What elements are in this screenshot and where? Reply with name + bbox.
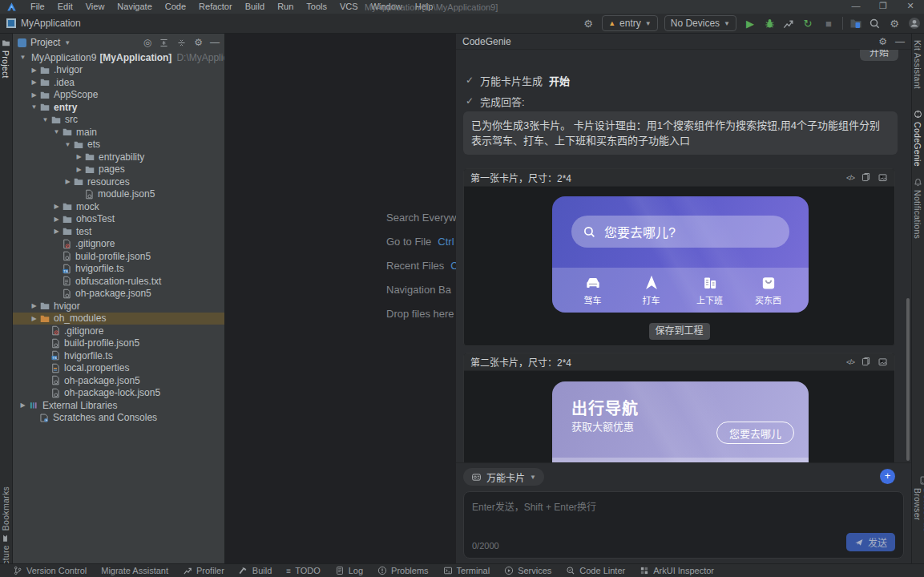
send-button[interactable]: 发送 — [846, 533, 895, 551]
menu-tools[interactable]: Tools — [300, 0, 333, 14]
module-selector-dropdown[interactable]: ▲ entry ▼ — [602, 15, 658, 31]
panel-options-gear-icon[interactable]: ⚙ — [194, 37, 203, 48]
menu-refactor[interactable]: Refactor — [192, 0, 239, 14]
build-settings-gear-icon[interactable]: ⚙ — [581, 18, 595, 30]
profiler-button[interactable] — [782, 18, 794, 30]
codegenie-hide-icon[interactable]: — — [895, 36, 905, 47]
statusbar-build[interactable]: Build — [239, 566, 272, 575]
search-everywhere-icon[interactable] — [869, 18, 881, 30]
tool-tab-codegenie[interactable]: CodeGenie — [913, 110, 922, 167]
statusbar-arkui-inspector[interactable]: ArkUI Inspector — [640, 566, 714, 575]
tree-item-gitignore-root[interactable]: .gitignore — [13, 325, 224, 337]
tree-item-mock[interactable]: ▶mock — [13, 200, 224, 213]
new-chat-button[interactable]: + — [880, 469, 895, 484]
menu-vcs[interactable]: VCS — [333, 0, 365, 14]
card1-fn-shopping: 买东西 — [744, 274, 793, 306]
tree-item-scratches[interactable]: Scratches and Consoles — [13, 412, 224, 425]
rerun-button[interactable]: ↻ — [801, 18, 815, 30]
codegenie-settings-gear-icon[interactable]: ⚙ — [878, 36, 887, 47]
expand-all-icon[interactable] — [159, 38, 169, 48]
tree-item-hvigorfile-root[interactable]: hvigorfile.ts — [13, 349, 224, 362]
device-selector-dropdown[interactable]: No Devices ▼ — [664, 15, 736, 31]
menu-navigate[interactable]: Navigate — [111, 0, 158, 14]
tree-item-src[interactable]: ▼src — [13, 114, 224, 127]
tree-item-test[interactable]: ▶test — [13, 225, 224, 238]
tool-tab-kit-assistant[interactable]: Kit Assistant — [913, 40, 922, 89]
run-button[interactable]: ▶ — [743, 18, 757, 30]
statusbar-problems[interactable]: Problems — [377, 566, 428, 575]
statusbar-version-control[interactable]: Version Control — [13, 566, 87, 575]
view-code-icon[interactable]: </> — [846, 358, 854, 366]
tree-item-resources[interactable]: ▶resources — [13, 176, 224, 188]
menu-file[interactable]: File — [24, 0, 51, 14]
mode-selector-chip[interactable]: 万能卡片 ▼ — [463, 468, 544, 486]
tree-item-oh-package-root[interactable]: oh-package.json5 — [13, 374, 224, 387]
statusbar-terminal[interactable]: Terminal — [443, 566, 490, 575]
tree-item-idea[interactable]: ▶.idea — [13, 76, 224, 89]
statusbar-todo[interactable]: ≡TODO — [286, 566, 320, 575]
codegenie-conversation[interactable]: 开始 ✓ 万能卡片生成 开始 ✓ 完成回答: 已为你生成3张卡片。 卡片设计理由… — [456, 50, 911, 462]
close-button[interactable]: ✕ — [897, 0, 924, 14]
tree-item-oh-package-lock[interactable]: oh-package-lock.json5 — [13, 387, 224, 400]
start-button-clipped[interactable]: 开始 — [860, 50, 898, 61]
copy-icon[interactable] — [861, 172, 871, 183]
chevron-down-icon[interactable]: ▼ — [18, 54, 28, 61]
collapse-all-icon[interactable] — [176, 38, 187, 48]
tree-item-main[interactable]: ▼main — [13, 126, 224, 139]
tree-item-build-profile-root[interactable]: build-profile.json5 — [13, 337, 224, 350]
tree-item-ohostest[interactable]: ▶ohosTest — [13, 213, 224, 226]
view-code-icon[interactable]: </> — [846, 174, 854, 182]
scrollbar-thumb[interactable] — [906, 298, 910, 461]
menu-edit[interactable]: Edit — [51, 0, 79, 14]
chevron-down-icon[interactable]: ▼ — [64, 39, 71, 46]
account-avatar-icon[interactable] — [908, 17, 921, 30]
locate-file-icon[interactable]: ◎ — [143, 37, 151, 48]
chat-placeholder: Enter发送，Shift + Enter换行 — [472, 499, 596, 513]
device-manager-icon[interactable] — [849, 17, 862, 30]
chat-input-box[interactable]: Enter发送，Shift + Enter换行 0/2000 发送 — [463, 491, 904, 559]
export-image-icon[interactable] — [878, 172, 888, 183]
export-image-icon[interactable] — [878, 357, 888, 367]
tree-item-oh-package-entry[interactable]: oh-package.json5 — [13, 288, 224, 301]
tool-tab-project[interactable]: Project — [1, 38, 10, 79]
debug-button[interactable] — [764, 18, 776, 30]
tree-item-hvigorfile-entry[interactable]: hvigorfile.ts — [13, 263, 224, 276]
hide-panel-icon[interactable]: — — [210, 37, 220, 48]
tree-item-module-json5[interactable]: module.json5 — [13, 188, 224, 201]
folder-icon — [50, 115, 62, 125]
tree-item-obfuscation-rules[interactable]: obfuscation-rules.txt — [13, 275, 224, 288]
statusbar-services[interactable]: Services — [504, 566, 551, 575]
statusbar-code-linter[interactable]: Code Linter — [566, 566, 625, 575]
menu-build[interactable]: Build — [239, 0, 271, 14]
maximize-button[interactable]: ❐ — [870, 0, 897, 14]
tool-tab-bookmarks[interactable]: Bookmarks — [1, 486, 10, 543]
statusbar-profiler[interactable]: Profiler — [183, 566, 224, 575]
save-to-project-button[interactable]: 保存到工程 — [649, 323, 710, 340]
tree-item-hvigor[interactable]: ▶hvigor — [13, 300, 224, 313]
settings-gear-icon[interactable]: ⚙ — [887, 18, 902, 30]
menu-view[interactable]: View — [79, 0, 111, 14]
tree-item-ets[interactable]: ▼ets — [13, 139, 224, 151]
tree-item-local-properties[interactable]: local.properties — [13, 362, 224, 375]
menu-code[interactable]: Code — [159, 0, 192, 14]
tree-item-appscope[interactable]: ▶AppScope — [13, 89, 224, 102]
tree-item-entry[interactable]: ▼entry — [13, 101, 224, 114]
tree-item-oh-modules[interactable]: ▶oh_modules — [13, 313, 224, 325]
tool-tab-device-file-browser[interactable]: Device File Browser — [913, 476, 924, 563]
tree-item-gitignore-entry[interactable]: .gitignore — [13, 238, 224, 251]
minimize-button[interactable]: — — [842, 0, 870, 14]
stop-button[interactable]: ■ — [821, 18, 836, 30]
tree-item-entryability[interactable]: ▶entryability — [13, 151, 224, 163]
menu-run[interactable]: Run — [271, 0, 300, 14]
tree-item-project-root[interactable]: ▼ MyApplication9 [MyApplication] D:\MyAp… — [13, 51, 224, 64]
statusbar-migrate-assistant[interactable]: Migrate Assistant — [101, 566, 168, 575]
tool-tab-notifications[interactable]: Notifications — [913, 178, 922, 239]
copy-icon[interactable] — [861, 357, 871, 367]
project-panel-title[interactable]: Project — [30, 37, 60, 48]
statusbar-log[interactable]: Log — [335, 566, 363, 575]
tree-item-pages[interactable]: ▶pages — [13, 163, 224, 176]
tree-item-hvigor-dot[interactable]: ▶.hvigor — [13, 64, 224, 77]
navigation-bar-project[interactable]: MyApplication — [6, 18, 81, 29]
tree-item-build-profile-entry[interactable]: build-profile.json5 — [13, 250, 224, 263]
tree-item-external-libraries[interactable]: ▶External Libraries — [13, 399, 224, 412]
